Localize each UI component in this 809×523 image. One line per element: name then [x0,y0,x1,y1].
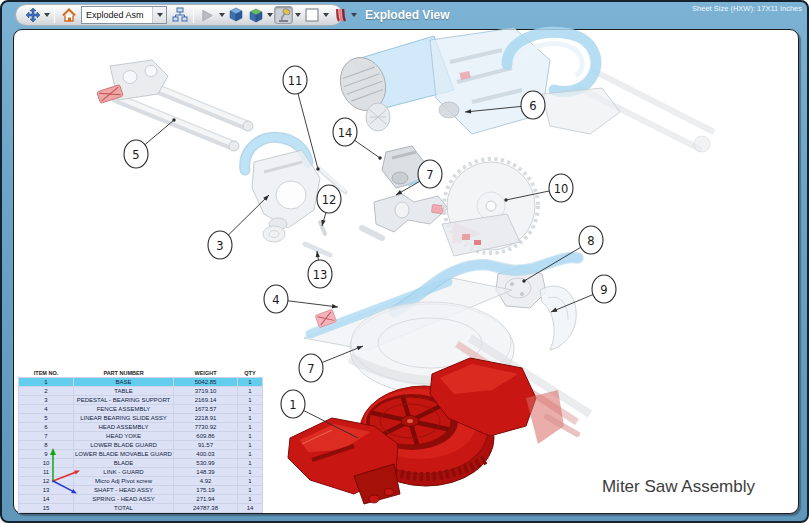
bom-header-cell: WEIGHT [174,368,238,378]
main-toolbar: Exploded Asm [15,4,343,26]
view-selector[interactable]: Exploded Asm [81,6,167,24]
table-row[interactable]: 1BASE5042.851 [19,378,263,387]
pan-arrows-icon [25,7,41,23]
background-color-button[interactable] [302,6,321,24]
background-dropdown-caret[interactable] [323,13,329,17]
sheet-size-label: Sheet Size (HXW): 17X11 inches [692,4,802,13]
component-tree-button[interactable] [170,6,189,24]
table-row[interactable]: 14SPRING - HEAD ASSY271.941 [19,495,263,504]
bom-table: ITEM NO.PART NUMBERWEIGHTQTY 1BASE5042.8… [18,368,263,513]
table-row[interactable]: 4FENCE ASSEMBLY1673.571 [19,405,263,414]
table-row[interactable]: 5LINEAR BEARING SLIDE ASSY2218.911 [19,414,263,423]
table-row[interactable]: 6HEAD ASSEMBLY7730.921 [19,423,263,432]
lighting-dropdown-caret[interactable] [295,13,301,17]
assembly-caption: Miter Saw Assembly [602,477,755,497]
table-row[interactable]: 3PEDESTAL - BEARING SUPPORT2169.141 [19,396,263,405]
table-row[interactable]: 11LINK - GUARD148.391 [19,468,263,477]
explode-dropdown-caret[interactable] [267,13,273,17]
toolbar-separator [193,8,194,23]
table-row[interactable]: 7HEAD YOKE609.861 [19,432,263,441]
toolbar-separator [54,8,55,23]
shaded-cube-icon [228,7,244,23]
bom-header-cell: PART NUMBER [74,368,174,378]
table-row[interactable]: 8LOWER BLADE GUARD91.571 [19,441,263,450]
table-row[interactable]: 12Micro Adj Pivot screw4.921 [19,477,263,486]
table-row[interactable]: 15TOTAL24787.3814 [19,504,263,513]
table-row[interactable]: 13SHAFT - HEAD ASSY175.191 [19,486,263,495]
shaded-view-button[interactable] [226,6,245,24]
appearance-material-icon [332,7,348,23]
bom-header-row: ITEM NO.PART NUMBERWEIGHTQTY [19,368,263,378]
page-title: Exploded View [365,8,449,22]
lighting-button[interactable] [274,6,293,24]
play-animation-button[interactable] [198,6,217,24]
view-selector-value: Exploded Asm [82,10,152,20]
explode-cube-icon [248,7,264,23]
bom-header-cell: QTY [238,368,263,378]
appearance-dropdown-caret[interactable] [351,13,357,17]
home-icon [61,7,77,23]
view-selector-dropdown[interactable] [152,7,166,23]
pan-dropdown-caret[interactable] [44,13,50,17]
play-dropdown-caret[interactable] [219,13,225,17]
play-icon [200,8,215,23]
pan-button[interactable] [23,6,42,24]
bom-header-cell: ITEM NO. [19,368,74,378]
view-tree-icon [172,7,188,23]
appearance-button[interactable] [330,6,349,24]
edrawings-window: Exploded Asm [0,0,809,523]
background-color-swatch-icon [304,7,320,23]
lighting-lamp-icon [276,7,292,23]
home-view-button[interactable] [59,6,78,24]
explode-collapse-button[interactable] [246,6,265,24]
chevron-down-icon [157,13,163,17]
table-row[interactable]: 9LOWER BLADE MOVABLE GUARD400.031 [19,450,263,459]
table-row[interactable]: 2TABLE3719.101 [19,387,263,396]
table-row[interactable]: 10BLADE530.991 [19,459,263,468]
titlebar: Exploded Asm [2,2,807,29]
